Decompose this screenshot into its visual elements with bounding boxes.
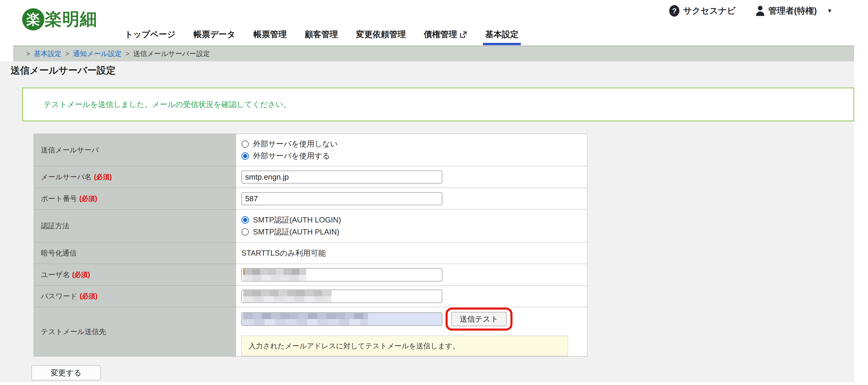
row-label-server-name: メールサーバ名 (必須)	[34, 166, 236, 188]
brand-logo-text: 楽明細	[45, 8, 97, 31]
redacted-username-value	[243, 269, 306, 281]
radio-button-checked[interactable]	[242, 152, 249, 160]
help-icon[interactable]: ?	[669, 5, 679, 16]
radio-option-auth-login[interactable]: SMTP認証(AUTH LOGIN)	[242, 214, 587, 226]
row-label-username: ユーザ名 (必須)	[34, 264, 236, 285]
breadcrumb-link-basic-settings[interactable]: 基本設定	[34, 49, 62, 59]
breadcrumb-separator: >	[125, 50, 129, 58]
header: 楽 楽明細 トップページ 帳票データ 帳票管理 顧客管理 変更依頼管理 債権管理	[0, 0, 868, 45]
radio-label: SMTP認証(AUTH LOGIN)	[253, 215, 341, 225]
row-value-port	[236, 188, 587, 209]
nav-item-change-request-management[interactable]: 変更依頼管理	[356, 29, 406, 45]
row-label-auth-method: 認証方法	[34, 210, 236, 242]
main-content: 送信メールサーバー設定 テストメールを送信しました。メールの受信状況を確認してく…	[0, 61, 854, 382]
nav-item-report-data[interactable]: 帳票データ	[193, 29, 236, 45]
row-label-text: 認証方法	[41, 221, 69, 231]
row-label-text: テストメール送信先	[41, 327, 106, 337]
radio-label: 外部サーバを使用しない	[253, 139, 338, 149]
nav-item-label: トップページ	[125, 29, 176, 40]
username-input[interactable]	[242, 268, 442, 281]
table-row: メールサーバ名 (必須)	[34, 166, 587, 188]
account-menu-label[interactable]: 管理者(特権)	[769, 5, 817, 16]
nav-item-label: 帳票データ	[193, 29, 236, 40]
radio-button-unchecked[interactable]	[242, 228, 249, 236]
row-label-text: 暗号化通信	[41, 248, 76, 258]
row-label-text: パスワード	[41, 291, 78, 301]
page-title: 送信メールサーバー設定	[11, 64, 116, 77]
nav-item-report-management[interactable]: 帳票管理	[253, 29, 287, 45]
nav-item-label: 変更依頼管理	[356, 29, 406, 40]
success-navi-link[interactable]: サクセスナビ	[683, 5, 736, 16]
row-value-server-name	[236, 166, 587, 188]
radio-button-checked[interactable]	[242, 216, 249, 223]
table-row: 暗号化通信 STARTTLSのみ利用可能	[34, 243, 587, 264]
success-message-box: テストメールを送信しました。メールの受信状況を確認してください。	[22, 88, 854, 121]
row-label-text: 送信メールサーバ	[41, 145, 99, 155]
test-mail-note-text: 入力されたメールアドレスに対してテストメールを送信します。	[249, 341, 460, 351]
required-badge: (必須)	[94, 172, 112, 182]
required-badge: (必須)	[72, 270, 90, 279]
port-number-input[interactable]	[242, 192, 442, 205]
breadcrumb-link-notification-mail[interactable]: 通知メール設定	[73, 49, 122, 59]
row-label-port: ポート番号 (必須)	[34, 188, 236, 209]
required-badge: (必須)	[80, 292, 97, 301]
row-label-password: パスワード (必須)	[34, 286, 236, 307]
row-label-smtp-server: 送信メールサーバ	[34, 134, 236, 166]
redacted-email-value	[243, 313, 368, 325]
row-value-auth-method: SMTP認証(AUTH LOGIN) SMTP認証(AUTH PLAIN)	[236, 210, 587, 242]
radio-option-use-external[interactable]: 外部サーバを使用する	[242, 150, 587, 162]
table-row: 送信メールサーバ 外部サーバを使用しない 外部サーバを使用する	[34, 134, 587, 166]
row-value-password	[236, 286, 587, 307]
redacted-password-value	[243, 290, 332, 302]
app-root: 楽 楽明細 トップページ 帳票データ 帳票管理 顧客管理 変更依頼管理 債権管理	[0, 0, 868, 385]
main-nav: トップページ 帳票データ 帳票管理 顧客管理 変更依頼管理 債権管理	[125, 29, 519, 45]
radio-label: 外部サーバを使用する	[253, 151, 330, 161]
nav-item-basic-settings[interactable]: 基本設定	[485, 29, 519, 45]
send-test-button[interactable]: 送信テスト	[451, 312, 507, 326]
header-account-area: ? サクセスナビ 管理者(特権) ▼	[669, 5, 832, 16]
table-row: ポート番号 (必須)	[34, 188, 587, 210]
row-value-encryption: STARTTLSのみ利用可能	[236, 243, 587, 264]
radio-button-unchecked[interactable]	[242, 140, 249, 148]
radio-option-auth-plain[interactable]: SMTP認証(AUTH PLAIN)	[242, 226, 587, 238]
user-icon	[755, 5, 765, 16]
brand-logo-icon: 楽	[22, 8, 44, 30]
table-row: パスワード (必須)	[34, 286, 587, 307]
nav-item-receivables-management[interactable]: 債権管理	[424, 29, 467, 45]
row-label-test-mail: テストメール送信先	[34, 307, 236, 356]
radio-option-no-external[interactable]: 外部サーバを使用しない	[242, 138, 587, 150]
radio-label: SMTP認証(AUTH PLAIN)	[253, 227, 339, 237]
active-tab-indicator	[483, 43, 521, 45]
test-mail-address-input[interactable]	[242, 312, 442, 326]
mail-server-name-input[interactable]	[242, 171, 442, 183]
nav-item-label: 債権管理	[424, 29, 457, 40]
external-link-icon	[459, 31, 467, 38]
row-label-text: メールサーバ名	[41, 172, 92, 182]
table-row: 認証方法 SMTP認証(AUTH LOGIN) SMTP認証(AUTH PLAI…	[34, 210, 587, 243]
submit-change-button[interactable]: 変更する	[31, 365, 101, 380]
breadcrumb-separator: >	[65, 50, 69, 58]
row-label-text: ユーザ名	[41, 270, 70, 280]
row-label-encryption: 暗号化通信	[34, 243, 236, 264]
breadcrumb-current: 送信メールサーバー設定	[133, 49, 210, 59]
test-mail-note: 入力されたメールアドレスに対してテストメールを送信します。	[242, 336, 568, 356]
nav-item-top-page[interactable]: トップページ	[125, 29, 176, 45]
success-message-text: テストメールを送信しました。メールの受信状況を確認してください。	[43, 99, 291, 110]
nav-item-label: 顧客管理	[305, 29, 338, 40]
breadcrumb: > 基本設定 > 通知メール設定 > 送信メールサーバー設定	[13, 46, 854, 61]
required-badge: (必須)	[79, 194, 97, 203]
breadcrumb-separator: >	[26, 50, 30, 58]
nav-item-customer-management[interactable]: 顧客管理	[305, 29, 338, 45]
nav-item-label: 基本設定	[485, 29, 519, 40]
row-label-text: ポート番号	[41, 194, 77, 204]
mail-server-settings-table: 送信メールサーバ 外部サーバを使用しない 外部サーバを使用する メールサーバ	[34, 134, 587, 356]
table-row: テストメール送信先 送信テスト 入力されたメール	[34, 307, 587, 356]
nav-item-label: 帳票管理	[253, 29, 287, 40]
test-mail-line: 送信テスト	[242, 308, 587, 330]
encryption-value-text: STARTTLSのみ利用可能	[242, 248, 587, 258]
brand-logo[interactable]: 楽 楽明細	[22, 8, 97, 31]
row-value-username	[236, 264, 587, 285]
row-value-test-mail: 送信テスト 入力されたメールアドレスに対してテストメールを送信します。	[236, 307, 587, 356]
chevron-down-icon[interactable]: ▼	[827, 8, 832, 14]
password-input[interactable]	[242, 289, 442, 303]
